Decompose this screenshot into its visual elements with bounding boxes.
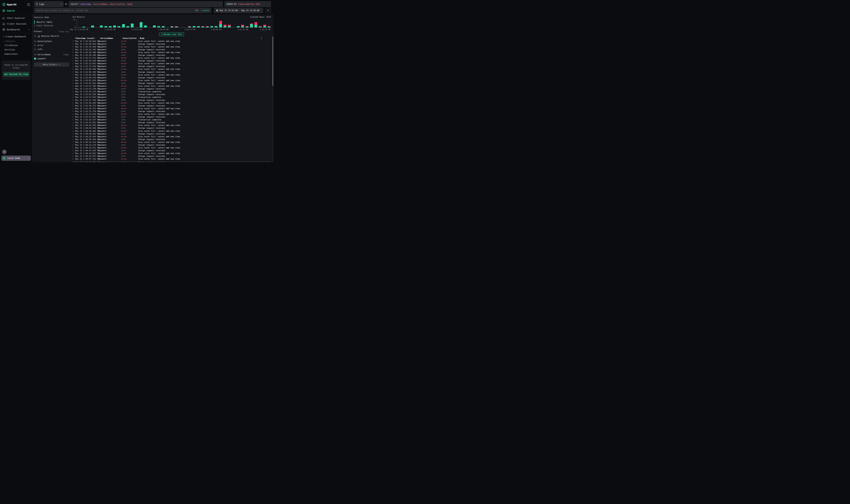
create-dashboard-button[interactable]: + Create Dashboard (0, 34, 32, 39)
table-row[interactable]: May 15 1:40:44.546 PM payment info Charg… (72, 127, 271, 130)
row-expand-chevron-icon[interactable] (72, 83, 75, 84)
gear-icon[interactable]: ⚙ (65, 3, 67, 6)
col-severitytext[interactable]: SeverityText (121, 37, 138, 39)
table-row[interactable]: May 15 1:42:04.376 PM payment info Charg… (72, 76, 271, 79)
row-expand-chevron-icon[interactable] (72, 119, 75, 121)
row-expand-chevron-icon[interactable] (72, 136, 75, 137)
filter-clear-button[interactable]: Clear (64, 54, 69, 56)
row-expand-chevron-icon[interactable] (72, 150, 75, 151)
table-row[interactable]: May 15 1:40:38.462 PM payment info Charg… (72, 132, 271, 135)
row-expand-chevron-icon[interactable] (72, 125, 75, 126)
help-button[interactable]: ? (2, 150, 7, 154)
table-row[interactable]: May 15 1:40:10.597 PM payment info Charg… (72, 155, 271, 158)
table-row[interactable]: May 15 1:41:21.652 PM payment info Charg… (72, 115, 271, 119)
row-expand-chevron-icon[interactable] (72, 122, 75, 123)
row-expand-chevron-icon[interactable] (72, 86, 75, 87)
table-row[interactable]: May 15 1:42:01.824 PM payment error Visa… (72, 79, 271, 82)
row-expand-chevron-icon[interactable] (72, 88, 75, 90)
table-row[interactable]: May 15 1:42:27.131 PM payment error Visa… (72, 57, 271, 59)
horizontal-scrollbar[interactable] (72, 161, 271, 162)
date-range-picker[interactable]: May 15 13:32:00 - May 15 13:43:00 (214, 8, 263, 13)
checkbox[interactable] (34, 48, 36, 50)
row-expand-chevron-icon[interactable] (72, 139, 75, 140)
col-body[interactable]: Body (138, 37, 271, 39)
select-columns-input[interactable]: SELECT Timestamp, ServiceName, SeverityT… (69, 1, 223, 7)
row-expand-chevron-icon[interactable] (72, 102, 75, 104)
row-expand-chevron-icon[interactable] (72, 96, 75, 98)
table-row[interactable]: May 15 1:42:05.460 PM payment error Visa… (72, 68, 271, 71)
table-row[interactable]: May 15 1:41:25.373 PM payment error Visa… (72, 107, 271, 110)
table-row[interactable]: May 15 1:42:36.184 PM payment info Charg… (72, 54, 271, 56)
sidebar-item-client-sessions[interactable]: Client Sessions (0, 21, 32, 27)
presets-header[interactable]: PRESETS (0, 39, 32, 43)
row-expand-chevron-icon[interactable] (72, 52, 75, 53)
filter-option[interactable]: info (34, 48, 69, 51)
table-row[interactable]: May 15 1:40:44.563 PM payment error Visa… (72, 124, 271, 127)
row-expand-chevron-icon[interactable] (72, 40, 75, 42)
col-timestamp[interactable]: Timestamp (Local) (75, 37, 98, 39)
table-row[interactable]: May 15 1:40:26.444 PM payment info Charg… (72, 138, 271, 141)
results-histogram[interactable]: 12 0 May 15 1:32:00 PM1:33:45 PM1:35:15 … (72, 19, 271, 32)
table-row[interactable]: May 15 1:41:14.373 PM payment info Trans… (72, 119, 271, 121)
table-row[interactable]: May 15 1:40:38.466 PM payment error Visa… (72, 130, 271, 132)
row-expand-chevron-icon[interactable] (72, 144, 75, 146)
row-expand-chevron-icon[interactable] (72, 147, 75, 148)
row-expand-chevron-icon[interactable] (72, 91, 75, 92)
row-expand-chevron-icon[interactable] (72, 77, 75, 78)
table-row[interactable]: May 15 1:42:13.055 PM payment error Visa… (72, 62, 271, 65)
col-servicename[interactable]: ServiceName (98, 37, 121, 39)
table-row[interactable]: May 15 1:41:53.274 PM payment info Trans… (72, 90, 271, 93)
table-row[interactable]: May 15 1:40:26.445 PM payment error Visa… (72, 135, 271, 138)
sidebar-preset-item[interactable]: Kubernetes (0, 52, 32, 56)
row-expand-chevron-icon[interactable] (72, 46, 75, 48)
row-expand-chevron-icon[interactable] (72, 55, 75, 56)
row-expand-chevron-icon[interactable] (72, 111, 75, 112)
search-input[interactable] (34, 9, 211, 12)
table-row[interactable]: May 15 1:41:47.823 PM payment info Trans… (72, 96, 271, 99)
column-resize-handle[interactable] (98, 37, 99, 39)
sidebar-preset-item[interactable]: Clickhouse (0, 43, 32, 48)
table-row[interactable]: May 15 1:41:30.283 PM payment error Visa… (72, 102, 271, 104)
row-expand-chevron-icon[interactable] (72, 57, 75, 59)
row-expand-chevron-icon[interactable] (72, 133, 75, 134)
table-row[interactable]: May 15 1:41:21.678 PM payment error Visa… (72, 113, 271, 115)
table-row[interactable]: May 15 1:41:30.275 PM payment info Charg… (72, 104, 271, 107)
filter-option[interactable]: error (34, 44, 69, 47)
table-row[interactable]: May 15 1:40:07.413 PM payment error Visa… (72, 158, 271, 160)
analysis-mode-option[interactable]: Event Patterns (34, 24, 69, 28)
table-row[interactable]: May 15 1:42:01.814 PM payment info Charg… (72, 82, 271, 85)
analysis-mode-option[interactable]: Results Table (34, 20, 69, 24)
table-row[interactable]: May 15 1:42:50.834 PM payment info Charg… (72, 42, 271, 46)
run-query-button[interactable] (266, 8, 271, 13)
table-row[interactable]: May 15 1:42:50.843 PM payment error Visa… (72, 40, 271, 42)
row-expand-chevron-icon[interactable] (72, 130, 75, 132)
more-filters-button[interactable]: More filters (34, 62, 69, 67)
row-expand-chevron-icon[interactable] (72, 105, 75, 106)
table-row[interactable]: May 15 1:42:05.450 PM payment info Charg… (72, 71, 271, 73)
row-expand-chevron-icon[interactable] (72, 153, 75, 154)
lucene-toggle[interactable]: Lucene (202, 9, 209, 12)
sidebar-preset-item[interactable]: Services (0, 48, 32, 52)
row-expand-chevron-icon[interactable] (72, 74, 75, 75)
row-expand-chevron-icon[interactable] (72, 127, 75, 129)
table-row[interactable]: May 15 1:42:43.336 PM payment info Charg… (72, 48, 271, 51)
table-row[interactable]: May 15 1:41:25.370 PM payment info Charg… (72, 110, 271, 113)
scrollbar-thumb[interactable] (272, 36, 273, 86)
source-select[interactable]: Logs (34, 1, 64, 7)
order-by-input[interactable]: ORDER BY TimestampTime DESC (224, 1, 271, 7)
sql-toggle[interactable]: SQL (195, 9, 199, 12)
sidebar-item-chart-explorer[interactable]: Chart Explorer (0, 15, 32, 21)
local-mode-button[interactable]: U Local mode (1, 156, 31, 161)
checkbox[interactable] (34, 57, 36, 60)
denoise-option[interactable]: Denoise Results (34, 35, 69, 37)
table-row[interactable]: May 15 1:40:24.214 PM payment info Charg… (72, 144, 271, 146)
sidebar-item-search[interactable]: Search (0, 8, 32, 14)
row-expand-chevron-icon[interactable] (72, 100, 75, 101)
column-resize-handle[interactable] (138, 37, 139, 39)
table-row[interactable]: May 15 1:41:47.766 PM payment info Charg… (72, 99, 271, 102)
row-expand-chevron-icon[interactable] (72, 158, 75, 160)
table-row[interactable]: May 15 1:42:43.360 PM payment error Visa… (72, 46, 271, 48)
table-row[interactable]: May 15 1:40:24.219 PM payment error Visa… (72, 141, 271, 144)
row-expand-chevron-icon[interactable] (72, 60, 75, 61)
row-expand-chevron-icon[interactable] (72, 69, 75, 70)
